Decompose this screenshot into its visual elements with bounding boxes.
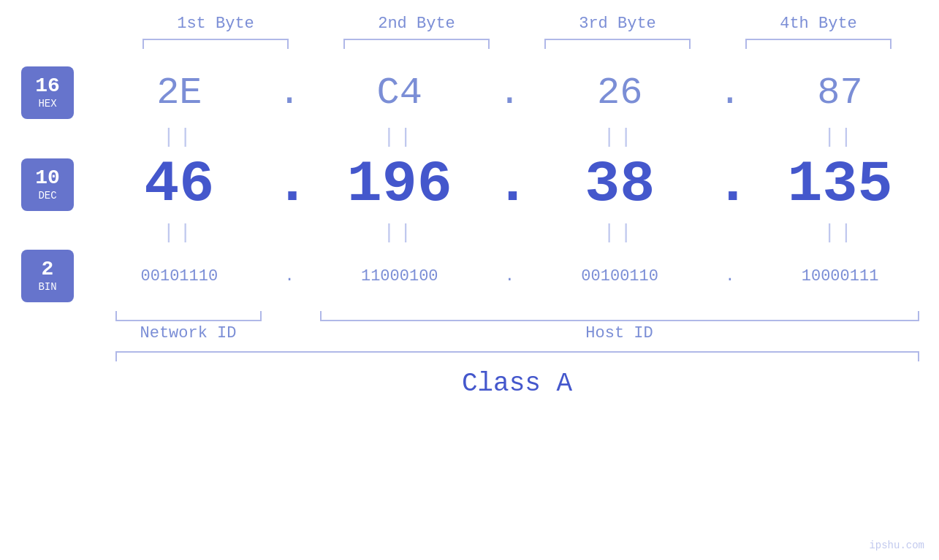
equals-2-2: || — [327, 221, 473, 244]
equals-1-2: || — [327, 126, 473, 148]
bin-badge-num: 2 — [42, 259, 54, 280]
hex-dot-3: . — [715, 72, 745, 115]
bin-row: 2 BIN 00101110 . 11000100 . 00100110 . 1… — [0, 247, 939, 305]
hex-values-area: 2E . C4 . 26 . 87 — [95, 72, 939, 115]
dec-val-3: 38 — [547, 151, 693, 218]
bracket-top-3 — [544, 39, 691, 49]
dec-badge-label: DEC — [38, 190, 56, 202]
hex-val-4: 87 — [767, 72, 913, 115]
equals-1-1: || — [106, 126, 252, 148]
class-a-bracket — [115, 351, 919, 361]
hex-val-2: C4 — [327, 72, 473, 115]
top-brackets — [115, 39, 919, 49]
equals-2-3: || — [547, 221, 693, 244]
bottom-brackets-container — [115, 311, 919, 321]
bracket-top-4 — [745, 39, 892, 49]
col-header-3: 3rd Byte — [533, 15, 702, 33]
dec-val-4: 135 — [767, 151, 913, 218]
dec-val-1: 46 — [106, 151, 252, 218]
col-header-4: 4th Byte — [734, 15, 902, 33]
dec-dot-1: . — [275, 151, 304, 218]
class-a-section: Class A — [115, 351, 919, 399]
equals-row-1: || || || || — [0, 122, 939, 151]
bin-val-1: 00101110 — [106, 267, 252, 285]
dec-badge-num: 10 — [35, 168, 60, 188]
network-id-label: Network ID — [115, 324, 262, 342]
equals-area-1: || || || || — [95, 126, 939, 148]
hex-val-3: 26 — [547, 72, 693, 115]
bin-val-4: 10000111 — [767, 267, 913, 285]
bracket-bottom-net — [115, 311, 262, 321]
equals-1-3: || — [547, 126, 693, 148]
hex-val-1: 2E — [106, 72, 252, 115]
dec-val-2: 196 — [327, 151, 473, 218]
host-id-label: Host ID — [320, 324, 919, 342]
bin-dot-1: . — [275, 267, 304, 285]
hex-dot-2: . — [495, 72, 524, 115]
dec-badge-area: 10 DEC — [0, 158, 95, 211]
dec-row: 10 DEC 46 . 196 . 38 . 135 — [0, 151, 939, 218]
hex-badge: 16 HEX — [21, 66, 74, 119]
bin-badge-label: BIN — [38, 281, 56, 293]
column-headers: 1st Byte 2nd Byte 3rd Byte 4th Byte — [115, 15, 919, 33]
bin-dot-2: . — [495, 267, 524, 285]
dec-dot-2: . — [495, 151, 524, 218]
dec-values-area: 46 . 196 . 38 . 135 — [95, 151, 939, 218]
col-header-2: 2nd Byte — [332, 15, 501, 33]
id-labels-row: Network ID Host ID — [115, 324, 919, 342]
dec-badge: 10 DEC — [21, 158, 74, 211]
equals-2-4: || — [767, 221, 913, 244]
hex-badge-num: 16 — [35, 76, 60, 96]
dec-dot-3: . — [715, 151, 745, 218]
watermark: ipshu.com — [869, 540, 924, 551]
bin-dot-3: . — [715, 267, 745, 285]
bracket-top-2 — [343, 39, 490, 49]
bracket-bottom-host — [320, 311, 919, 321]
bin-val-3: 00100110 — [547, 267, 693, 285]
bin-val-2: 11000100 — [327, 267, 473, 285]
hex-dot-1: . — [275, 72, 304, 115]
class-a-label: Class A — [462, 369, 572, 399]
bin-badge: 2 BIN — [21, 250, 74, 302]
bracket-top-1 — [142, 39, 289, 49]
equals-row-2: || || || || — [0, 218, 939, 247]
hex-badge-label: HEX — [38, 98, 56, 110]
hex-badge-area: 16 HEX — [0, 66, 95, 119]
bin-values-area: 00101110 . 11000100 . 00100110 . 1000011… — [95, 267, 939, 285]
main-container: 1st Byte 2nd Byte 3rd Byte 4th Byte 16 H… — [0, 0, 939, 560]
equals-1-4: || — [767, 126, 913, 148]
equals-2-1: || — [106, 221, 252, 244]
equals-area-2: || || || || — [95, 221, 939, 244]
hex-row: 16 HEX 2E . C4 . 26 . 87 — [0, 64, 939, 122]
col-header-1: 1st Byte — [132, 15, 300, 33]
bin-badge-area: 2 BIN — [0, 250, 95, 302]
